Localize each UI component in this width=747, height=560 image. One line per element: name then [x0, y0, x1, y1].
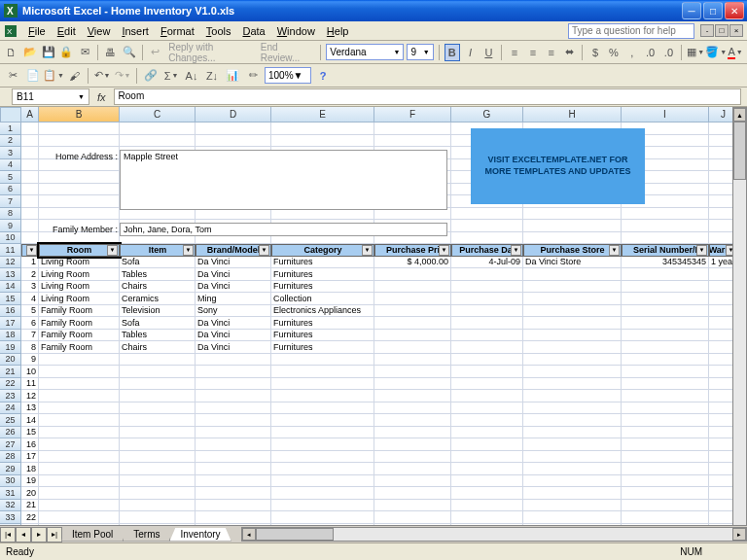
col-header-E[interactable]: E [271, 107, 374, 122]
cell-room[interactable]: Family Room [39, 305, 120, 318]
cell-room[interactable]: Family Room [39, 317, 120, 330]
cell-brand[interactable]: Sony [196, 305, 271, 318]
cell[interactable] [271, 390, 374, 402]
cell[interactable] [271, 354, 374, 367]
col-header-C[interactable]: C [120, 107, 196, 122]
cell[interactable] [21, 232, 39, 245]
cell-room[interactable]: Family Room [39, 341, 120, 354]
cell-num[interactable]: 10 [21, 366, 39, 378]
cell[interactable] [622, 487, 709, 500]
cell[interactable] [271, 402, 374, 415]
cell[interactable] [271, 438, 374, 451]
chart-icon[interactable]: 📊 [224, 67, 241, 85]
cell-item[interactable]: Sofa [120, 317, 196, 330]
cell-price[interactable] [374, 317, 451, 330]
doc-close-button[interactable]: × [729, 24, 743, 37]
cell-num[interactable]: 15 [21, 427, 39, 439]
cell[interactable] [196, 378, 271, 391]
cell[interactable] [451, 378, 523, 391]
row-header[interactable]: 10 [0, 232, 21, 245]
tab-next-icon[interactable]: ▸ [31, 527, 47, 542]
row-header[interactable]: 8 [0, 208, 21, 221]
row-header[interactable]: 7 [0, 195, 21, 208]
cell[interactable] [39, 511, 120, 524]
cell[interactable] [374, 402, 451, 415]
cell[interactable] [196, 427, 271, 439]
scroll-left-icon[interactable]: ◂ [242, 528, 256, 541]
cell-num[interactable]: 7 [21, 330, 39, 342]
cell[interactable] [39, 366, 120, 378]
family-input[interactable]: John, Jane, Dora, Tom [120, 223, 447, 236]
row-header[interactable]: 22 [0, 378, 21, 391]
open-icon[interactable]: 📂 [22, 44, 38, 61]
menu-insert[interactable]: Insert [116, 23, 155, 39]
cell[interactable] [120, 451, 196, 464]
cell[interactable] [374, 475, 451, 488]
cell[interactable] [374, 390, 451, 402]
cell[interactable] [622, 511, 709, 524]
cell[interactable] [523, 208, 622, 221]
cell[interactable] [622, 475, 709, 488]
fontcolor-icon[interactable]: A▼ [728, 44, 743, 61]
cell[interactable] [39, 147, 120, 159]
cell-serial[interactable] [622, 341, 709, 354]
cell[interactable] [271, 500, 374, 512]
cell[interactable] [196, 135, 271, 148]
sort-asc-icon[interactable]: A↓ [183, 67, 200, 85]
cell-num[interactable]: 6 [21, 317, 39, 330]
cell[interactable] [196, 451, 271, 464]
cell[interactable] [622, 414, 709, 427]
cell[interactable] [21, 171, 39, 184]
horizontal-scrollbar[interactable]: ◂ ▸ [241, 527, 747, 542]
cell-num[interactable]: 8 [21, 341, 39, 354]
menu-window[interactable]: Window [271, 23, 321, 39]
row-header[interactable]: 5 [0, 171, 21, 184]
column-header-purchasedat[interactable]: Purchase Dat▼ [451, 244, 523, 257]
cell[interactable] [39, 475, 120, 488]
cell-price[interactable] [374, 293, 451, 305]
row-header[interactable]: 20 [0, 354, 21, 367]
menu-file[interactable]: File [22, 23, 52, 39]
cell[interactable] [523, 511, 622, 524]
cell[interactable] [21, 135, 39, 148]
scroll-right-icon[interactable]: ▸ [732, 528, 746, 541]
cell-date[interactable] [451, 330, 523, 342]
filter-arrow-icon[interactable]: ▼ [439, 245, 449, 256]
cell-brand[interactable]: Ming [196, 293, 271, 305]
cell[interactable] [39, 463, 120, 475]
hscroll-thumb[interactable] [256, 528, 334, 541]
cell[interactable] [271, 487, 374, 500]
cell[interactable] [622, 402, 709, 415]
cell-serial[interactable] [622, 268, 709, 281]
cell[interactable] [451, 390, 523, 402]
cell[interactable] [39, 414, 120, 427]
minimize-button[interactable]: ─ [682, 2, 701, 19]
cell[interactable] [39, 451, 120, 464]
cell-price[interactable] [374, 341, 451, 354]
cell-price[interactable] [374, 330, 451, 342]
cell[interactable] [21, 184, 39, 196]
cell[interactable] [523, 487, 622, 500]
cell[interactable] [374, 427, 451, 439]
cell[interactable] [120, 402, 196, 415]
cell-num[interactable]: 1 [21, 257, 39, 269]
cut-icon[interactable]: ✂ [4, 67, 21, 85]
formula-bar[interactable]: Room [114, 88, 741, 105]
autosum-icon[interactable]: Σ▼ [162, 67, 180, 85]
cell[interactable] [39, 378, 120, 391]
cell[interactable] [271, 511, 374, 524]
cell-num[interactable]: 22 [21, 511, 39, 524]
cell[interactable] [196, 438, 271, 451]
cell-date[interactable] [451, 317, 523, 330]
permission-icon[interactable]: 🔒 [58, 44, 74, 61]
cell-brand[interactable]: Da Vinci [196, 330, 271, 342]
cell[interactable] [622, 438, 709, 451]
cell-item[interactable]: Chairs [120, 281, 196, 294]
cell-brand[interactable]: Da Vinci [196, 268, 271, 281]
cell[interactable] [523, 354, 622, 367]
cell[interactable] [21, 147, 39, 159]
redo-icon[interactable]: ↷▼ [114, 67, 131, 85]
row-header[interactable]: 24 [0, 402, 21, 415]
cell[interactable] [271, 378, 374, 391]
cell[interactable] [39, 232, 120, 245]
